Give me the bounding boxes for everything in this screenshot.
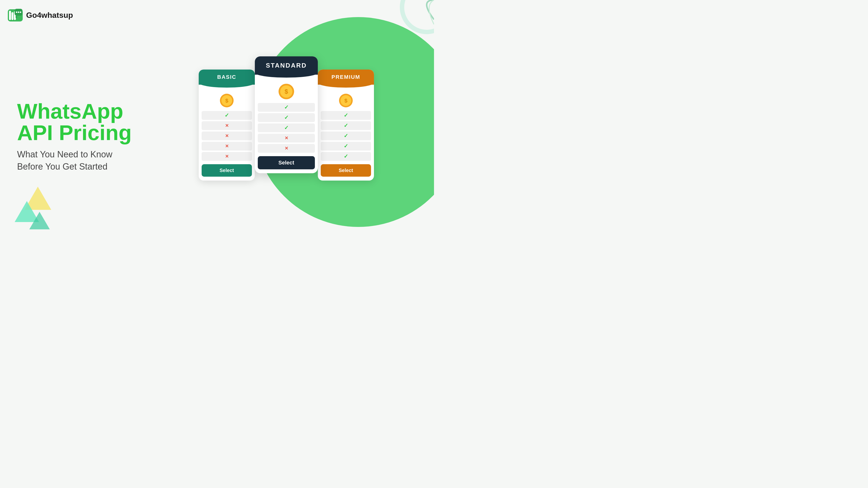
standard-feature-1: ✓ <box>258 103 315 112</box>
basic-coin-row: $ <box>202 92 252 111</box>
premium-select-button[interactable]: Select <box>321 164 371 177</box>
standard-coin-icon: $ <box>278 84 294 100</box>
right-section: BASIC $ ✓ ✕ <box>178 0 434 244</box>
svg-text:$: $ <box>225 98 228 104</box>
subtitle: What You Need to Know Before You Get Sta… <box>17 148 176 173</box>
pricing-cards-container: BASIC $ ✓ ✕ <box>199 64 374 181</box>
standard-feature-4: ✕ <box>258 134 315 142</box>
premium-wavy <box>318 85 374 89</box>
main-title: WhatsApp API Pricing <box>17 100 176 143</box>
premium-feature-1: ✓ <box>321 111 371 120</box>
premium-feature-5: ✓ <box>321 152 371 161</box>
standard-coin-row: $ <box>258 82 315 103</box>
basic-feature-2: ✕ <box>202 121 252 130</box>
standard-wavy <box>255 75 318 79</box>
premium-feature-2: ✓ <box>321 121 371 130</box>
svg-text:$: $ <box>344 98 347 104</box>
corner-decoration <box>395 0 434 29</box>
basic-select-button[interactable]: Select <box>202 164 252 177</box>
basic-body: $ ✓ ✕ ✕ ✕ ✕ <box>199 89 255 181</box>
standard-feature-2: ✓ <box>258 113 315 122</box>
basic-feature-1: ✓ <box>202 111 252 120</box>
basic-wavy <box>199 85 255 89</box>
triangles-decoration <box>10 181 59 229</box>
premium-feature-3: ✓ <box>321 132 371 140</box>
svg-text:$: $ <box>285 88 288 95</box>
basic-feature-3: ✕ <box>202 132 252 140</box>
premium-header: PREMIUM <box>318 69 374 85</box>
premium-feature-4: ✓ <box>321 142 371 151</box>
standard-feature-3: ✓ <box>258 124 315 132</box>
basic-header: BASIC <box>199 69 255 85</box>
premium-features: ✓ ✓ ✓ ✓ ✓ <box>321 111 371 161</box>
standard-features: ✓ ✓ ✓ ✕ ✕ <box>258 103 315 153</box>
standard-card: STANDARD $ ✓ ✓ <box>255 56 318 173</box>
basic-card: BASIC $ ✓ ✕ <box>199 69 255 181</box>
premium-body: $ ✓ ✓ ✓ ✓ ✓ <box>318 89 374 181</box>
triangle-teal <box>29 212 50 229</box>
basic-features: ✓ ✕ ✕ ✕ ✕ <box>202 111 252 161</box>
standard-body: $ ✓ ✓ ✓ ✕ ✕ <box>255 79 318 173</box>
premium-card: PREMIUM $ ✓ ✓ <box>318 69 374 181</box>
premium-coin-icon: $ <box>339 93 353 108</box>
standard-select-button[interactable]: Select <box>258 156 315 169</box>
premium-coin-row: $ <box>321 92 371 111</box>
standard-header: STANDARD <box>255 56 318 75</box>
basic-feature-4: ✕ <box>202 142 252 151</box>
basic-feature-5: ✕ <box>202 152 252 161</box>
basic-coin-icon: $ <box>220 93 234 108</box>
standard-feature-5: ✕ <box>258 144 315 153</box>
